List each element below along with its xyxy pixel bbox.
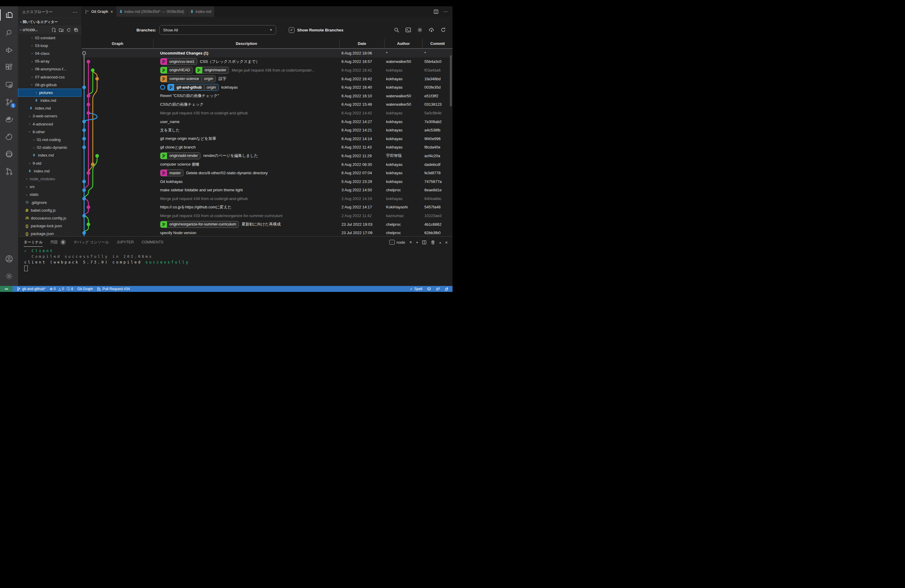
commit-row[interactable]: Git kokhayas5 Aug 2022 23:29kokhayas7475… [82,177,452,186]
close-panel-icon[interactable]: × [445,240,448,245]
commit-row[interactable]: origin/add-renderrenderのページを編集しました6 Aug … [82,151,452,160]
activity-pull-request-icon[interactable] [0,162,18,180]
activity-search-icon[interactable] [0,24,18,41]
split-editor-icon[interactable] [433,9,438,14]
tree-item-babel-config-js[interactable]: Bbabel.config.js [18,206,81,214]
tree-item-04-class[interactable]: ›04-class [18,49,81,57]
split-panel-icon[interactable] [422,240,427,245]
branch-badge[interactable]: origin/reorganize-for-summer-curriculum [160,221,239,228]
activity-github-icon[interactable] [0,145,18,162]
remote-indicator[interactable]: >< [0,286,13,292]
new-folder-icon[interactable] [59,28,64,32]
chevron-down-icon[interactable]: ▾ [416,241,418,244]
tab-index-md[interactable]: ⬇index.md [187,6,214,17]
search-icon[interactable] [394,27,399,33]
copilot-status[interactable] [427,287,431,291]
sidebar-more-icon[interactable]: ⋯ [72,9,77,15]
branch-badge[interactable]: git-and-githuborigin [167,84,219,91]
tree-item-9-old[interactable]: ›9-old [18,159,81,167]
tree-item-docusaurus-config-js[interactable]: JSdocusaurus.config.js [18,214,81,222]
show-remote-branches-checkbox[interactable]: ✓ Show Remote Branches [289,27,344,33]
tree-item-package-lock-json[interactable]: {}package-lock.json [18,222,81,230]
branch-badge[interactable]: origin/add-render [160,153,200,159]
activity-gitlens-icon[interactable] [0,128,18,145]
panel-tab-問題[interactable]: 問題8 [51,237,66,248]
open-editors-section[interactable]: › 開いているエディター [18,17,81,26]
activity-run-debug-icon[interactable] [0,41,18,58]
commit-row[interactable]: git cloneとgit branch6 Aug 2022 11:43kokh… [82,143,452,152]
commit-row[interactable]: masterDelete docs/8-other/02-static-dyna… [82,168,452,177]
tree-item-index-md[interactable]: ⬇index.md [18,167,81,175]
tree-item-01-not-coding[interactable]: ›01-not-coding [18,136,81,143]
tree-item-node-modules[interactable]: ›node_modules [18,175,81,183]
commit-row[interactable]: git merge origin mainなどを加筆6 Aug 2022 14:… [82,134,452,143]
activity-account-icon[interactable] [0,250,18,267]
tree-item-index-md[interactable]: ⬇index.md [18,151,81,159]
panel-tab-ターミナル[interactable]: ターミナル [24,237,43,248]
panel-tab-COMMENTS[interactable]: COMMENTS [141,237,164,248]
commit-row[interactable]: make sidebar foldable and set prism them… [82,186,452,195]
tree-item-pictures[interactable]: ›pictures [18,89,81,96]
commit-row[interactable]: https://.co.jpをhttps://github.comに変えた2 A… [82,203,452,212]
close-icon[interactable]: × [110,9,113,14]
cloud-download-icon[interactable] [429,27,434,33]
tree-item-08-git-github[interactable]: ›08-git-github [18,81,81,89]
tree-item-06-anonymous-f-[interactable]: ›06-anonymous-f... [18,65,81,73]
gear-icon[interactable] [417,27,422,33]
commit-row[interactable]: Merge pull request #33 from ut-code/reor… [82,211,452,220]
tree-item-3-web-servers[interactable]: ›3-web-servers [18,112,81,120]
new-file-icon[interactable] [51,28,56,32]
commit-row[interactable]: git-and-githuboriginkokhayas6 Aug 2022 1… [82,83,452,92]
branch-badge[interactable]: origin/css-test1 [160,58,197,65]
tree-item-07-advanced-css[interactable]: ›07-advanced-css [18,73,81,81]
panel-tab-JUPYTER[interactable]: JUPYTER [117,237,134,248]
tree-item--gitignore[interactable]: .gitignore [18,199,81,206]
commit-row[interactable]: origin/reorganize-for-summer-curriculum夏… [82,220,452,229]
maximize-panel-icon[interactable]: ▴ [439,241,441,244]
tree-item-src[interactable]: ›src [18,183,81,191]
terminal-icon[interactable] [405,27,411,33]
spell-status[interactable]: ✓Spell [410,287,422,291]
commit-row[interactable]: computer-scienceorigin誤字6 Aug 2022 16:42… [82,75,452,83]
more-actions-icon[interactable]: ⋯ [443,9,448,14]
feedback-status[interactable] [436,287,440,291]
tree-item-05-array[interactable]: ›05-array [18,57,81,65]
activity-explorer-icon[interactable] [0,6,18,24]
tree-item-4-advanced[interactable]: ›4-advanced [18,120,81,128]
commit-row[interactable]: Merge pull request #34 from ut-code/git-… [82,194,452,203]
activity-remote-explorer-icon[interactable] [0,76,18,93]
git-graph-status[interactable]: Git Graph [77,287,93,291]
activity-extensions-icon[interactable] [0,58,18,76]
terminal-picker[interactable]: ›node [389,240,405,245]
git-branch-status[interactable]: git-and-github* [17,287,46,291]
commit-row[interactable]: CSSの節の画像チェック6 Aug 2022 15:48waterwalker5… [82,100,452,109]
commit-row[interactable]: user_name6 Aug 2022 14:27kokhayas7e306ab… [82,118,452,126]
activity-settings-gear-icon[interactable] [0,267,18,285]
branches-dropdown[interactable]: Show All ▼ [159,25,276,35]
commit-row[interactable]: origin/css-test1CSS（フレックスボックスまで）6 Aug 20… [82,57,452,66]
refresh-icon[interactable] [67,28,71,32]
scrollbar[interactable] [450,56,452,106]
activity-source-control-icon[interactable]: 1 [0,93,18,110]
refresh-icon[interactable] [441,27,446,33]
panel-tab-デバッグ コンソール[interactable]: デバッグ コンソール [74,237,109,248]
activity-docker-icon[interactable] [0,110,18,128]
commit-row[interactable]: 文を直した6 Aug 2022 14:21kokhayasa4c538fb [82,126,452,134]
tab-index-md[interactable]: ⬇index.md (003fe35d^ ⇔ 003fe35d) [116,6,187,17]
tree-item-02-static-dynamic[interactable]: ›02-static-dynamic [18,144,81,151]
pull-request-status[interactable]: Pull Request #34 [97,287,130,291]
trash-icon[interactable] [431,240,435,245]
notifications-status[interactable] [445,287,448,291]
branch-badge[interactable]: origin/HEAD [160,67,193,74]
branch-badge[interactable]: master [160,170,183,176]
tab-git[interactable]: Git Graph× [82,6,116,17]
commit-row[interactable]: Uncommitted Changes (1)6 Aug 2022 18:06*… [82,49,452,57]
tree-item-02-constant[interactable]: ›02-constant [18,34,81,41]
tree-item-index-md[interactable]: ⬇index.md [18,97,81,105]
commit-row[interactable]: computer science 俯瞰6 Aug 2022 08:30kokha… [82,160,452,169]
workspace-section[interactable]: › UTCOD... [18,26,81,34]
commit-row[interactable]: specify Node version23 Jul 2022 17:09che… [82,229,452,237]
branch-badge[interactable]: computer-scienceorigin [160,75,216,82]
tree-item-03-loop[interactable]: ›03-loop [18,41,81,49]
tree-item-8-other[interactable]: ›8-other [18,128,81,136]
